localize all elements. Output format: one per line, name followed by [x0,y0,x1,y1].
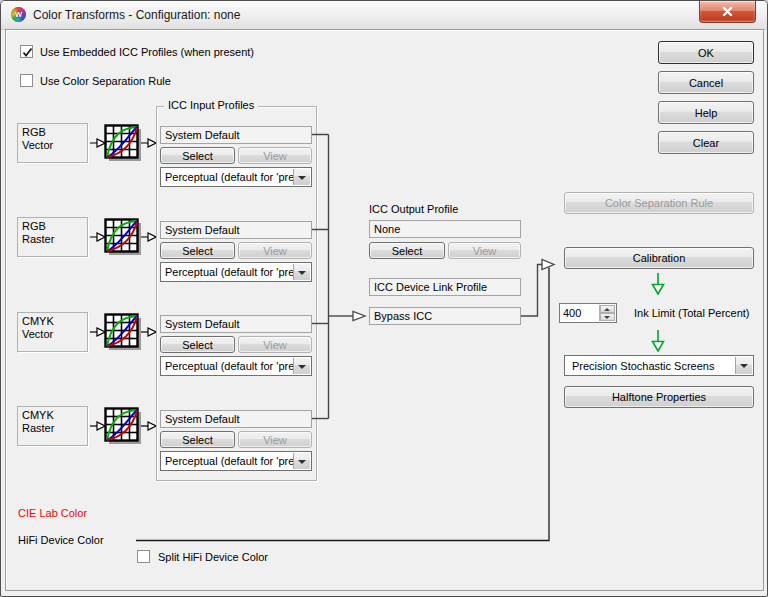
input-profile-field: System Default [160,315,312,333]
title-bar: w Color Transforms - Configuration: none [1,1,767,30]
help-button[interactable]: Help [658,101,754,124]
ink-limit-spinner[interactable]: 400 [559,303,617,323]
input-select-button[interactable]: Select [160,242,235,259]
rendering-intent-value: Perceptual (default for 'pretty [165,170,293,184]
input-view-button: View [238,147,312,164]
rendering-intent-dropdown[interactable]: Perceptual (default for 'pretty [160,451,312,471]
flow-right-arrow-icon [141,420,157,432]
icc-input-profiles-title: ICC Input Profiles [164,99,258,111]
icc-output-profile-label: ICC Output Profile [369,203,458,215]
source-label-line1: RGB [22,126,87,139]
device-link-profile-field: ICC Device Link Profile [369,278,521,296]
use-embedded-icc-label: Use Embedded ICC Profiles (when present) [40,46,254,58]
green-down-arrow-icon [651,330,665,352]
use-color-separation-label: Use Color Separation Rule [40,75,171,87]
chevron-down-icon [293,264,310,280]
calibration-button[interactable]: Calibration [564,247,754,269]
chevron-down-icon [293,453,310,469]
rendering-intent-value: Perceptual (default for 'pretty [165,454,293,468]
input-profile-field: System Default [160,410,312,428]
clear-button[interactable]: Clear [658,131,754,154]
green-down-arrow-icon [651,273,665,295]
halftone-properties-button[interactable]: Halftone Properties [564,386,754,408]
input-select-button[interactable]: Select [160,431,235,448]
flow-right-arrow-icon [141,137,157,149]
flow-right-arrow-icon [141,326,157,338]
rendering-intent-dropdown[interactable]: Perceptual (default for 'pretty [160,262,312,282]
input-view-button: View [238,242,312,259]
use-embedded-icc-checkbox[interactable] [20,45,33,58]
app-logo-icon: w [11,7,26,22]
source-box-cmyk-raster: CMYK Raster [17,406,88,446]
ink-limit-value: 400 [563,307,581,319]
rendering-intent-dropdown[interactable]: Perceptual (default for 'pretty [160,167,312,187]
source-label-line1: RGB [22,220,87,233]
rendering-intent-value: Perceptual (default for 'pretty [165,265,293,279]
close-icon [721,5,734,18]
chevron-down-icon [293,169,310,185]
source-label-line2: Vector [22,328,87,341]
source-box-rgb-raster: RGB Raster [17,217,88,257]
source-box-rgb-vector: RGB Vector [17,123,88,163]
input-view-button: View [238,336,312,353]
source-label-line2: Raster [22,233,87,246]
cie-lab-color-label: CIE Lab Color [18,507,87,519]
source-label-line2: Vector [22,139,87,152]
chevron-down-icon [293,358,310,374]
tone-curves-icon [104,313,142,351]
source-label-line2: Raster [22,422,87,435]
screening-dropdown[interactable]: Precision Stochastic Screens [564,355,754,376]
output-select-button[interactable]: Select [369,242,445,259]
cancel-button[interactable]: Cancel [658,71,754,94]
source-label-line1: CMYK [22,315,87,328]
ink-limit-label: Ink Limit (Total Percent) [634,307,750,319]
source-label-line1: CMYK [22,409,87,422]
bypass-icc-field: Bypass ICC [369,307,521,325]
rendering-intent-value: Perceptual (default for 'pretty [165,359,293,373]
input-profile-field: System Default [160,126,312,144]
close-button[interactable] [699,1,756,23]
split-hifi-label: Split HiFi Device Color [158,551,268,563]
flow-right-arrow-icon [141,231,157,243]
check-icon [21,46,34,59]
spinner-down-button[interactable] [600,313,615,321]
input-select-button[interactable]: Select [160,336,235,353]
color-separation-rule-button: Color Separation Rule [564,192,754,214]
chevron-down-icon [735,357,752,374]
tone-curves-icon [104,124,142,162]
hifi-device-color-label: HiFi Device Color [18,534,104,546]
window-title: Color Transforms - Configuration: none [33,8,240,22]
use-color-separation-checkbox[interactable] [20,74,33,87]
input-view-button: View [238,431,312,448]
color-transforms-dialog: w Color Transforms - Configuration: none… [0,0,768,597]
split-hifi-checkbox[interactable] [137,550,150,563]
screening-value: Precision Stochastic Screens [572,359,735,373]
input-select-button[interactable]: Select [160,147,235,164]
source-box-cmyk-vector: CMYK Vector [17,312,88,352]
spinner-up-button[interactable] [600,305,615,313]
rendering-intent-dropdown[interactable]: Perceptual (default for 'pretty [160,356,312,376]
output-profile-field: None [369,220,521,238]
output-view-button: View [448,242,521,259]
ok-button[interactable]: OK [658,41,754,64]
input-profile-field: System Default [160,221,312,239]
tone-curves-icon [104,407,142,445]
tone-curves-icon [104,218,142,256]
